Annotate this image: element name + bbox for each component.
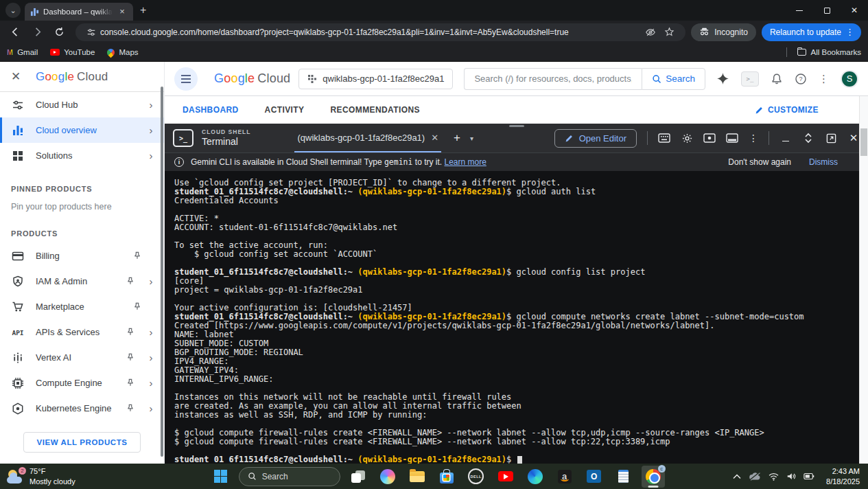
pin-icon[interactable]: [132, 302, 142, 312]
chevron-right-icon[interactable]: ›: [148, 150, 154, 161]
help-icon[interactable]: ?: [795, 73, 807, 85]
learn-more-link[interactable]: Learn more: [444, 157, 486, 167]
browser-menu-kebab-icon[interactable]: ⋮: [841, 27, 858, 37]
view-all-products-button[interactable]: VIEW ALL PRODUCTS: [23, 432, 140, 453]
open-in-new-window-icon[interactable]: [825, 132, 837, 144]
window-restore-icon[interactable]: [813, 0, 841, 21]
tab-close-icon[interactable]: ×: [117, 6, 128, 17]
account-avatar[interactable]: S: [841, 70, 858, 88]
file-explorer-button[interactable]: [406, 466, 429, 488]
chevron-right-icon[interactable]: ›: [148, 352, 154, 363]
new-tab-icon[interactable]: +: [140, 4, 146, 16]
start-button[interactable]: [209, 466, 233, 488]
window-close-icon[interactable]: ✕: [841, 0, 868, 21]
console-search-input[interactable]: [464, 68, 642, 90]
tray-chevron-up-icon[interactable]: [733, 474, 741, 479]
chevron-right-icon[interactable]: ›: [148, 100, 154, 110]
dismiss-button[interactable]: Dismiss: [809, 157, 838, 167]
sidebar-item-billing[interactable]: Billing: [0, 243, 164, 269]
bookmark-star-icon[interactable]: [664, 27, 675, 37]
sidebar-item-marketplace[interactable]: Marketplace: [0, 294, 164, 319]
activate-cloud-shell-icon[interactable]: >_: [741, 71, 759, 87]
sidebar-scrollbar[interactable]: [161, 87, 163, 457]
reload-icon[interactable]: [50, 23, 68, 41]
sidebar-item-solutions[interactable]: Solutions›: [0, 143, 164, 168]
site-settings-icon[interactable]: [86, 27, 96, 37]
sidebar-item-cloud-overview[interactable]: Cloud overview›: [0, 117, 164, 143]
gemini-sparkle-icon[interactable]: [716, 72, 729, 85]
forward-icon[interactable]: [28, 23, 46, 41]
amazon-button[interactable]: a: [553, 466, 576, 488]
expand-shell-icon[interactable]: [802, 132, 814, 144]
tab-activity[interactable]: ACTIVITY: [265, 105, 305, 115]
terminal-tab-dropdown-icon[interactable]: ▾: [470, 135, 473, 142]
terminal-output[interactable]: Use `gcloud config set project [PROJECT_…: [165, 171, 868, 464]
chevron-right-icon[interactable]: ›: [148, 276, 154, 286]
bookmark-gmail[interactable]: MGmail: [7, 48, 38, 56]
chevron-right-icon[interactable]: ›: [148, 327, 154, 337]
dont-show-again-button[interactable]: Don't show again: [728, 157, 791, 167]
sidebar-item-cloud-hub[interactable]: Cloud Hub›: [0, 92, 164, 117]
bookmark-maps[interactable]: Maps: [107, 48, 138, 56]
battery-icon[interactable]: [804, 473, 814, 480]
volume-icon[interactable]: [786, 472, 796, 481]
onedrive-cloud-icon[interactable]: [749, 472, 761, 481]
pin-icon[interactable]: [126, 276, 135, 286]
pin-icon[interactable]: [126, 378, 135, 388]
pin-icon[interactable]: [126, 327, 135, 337]
outlook-button[interactable]: O: [583, 466, 606, 488]
password-eye-off-icon[interactable]: [645, 27, 656, 38]
tab-search-chevron-icon[interactable]: ⌄: [5, 3, 21, 18]
console-search-button[interactable]: Search: [642, 68, 705, 90]
sidebar-item-kubernetes-engine[interactable]: Kubernetes Engine›: [0, 396, 164, 421]
page-scrollbar-thumb[interactable]: [860, 128, 867, 156]
customize-button[interactable]: CUSTOMIZE: [755, 105, 819, 115]
pin-icon[interactable]: [126, 352, 135, 363]
all-bookmarks-button[interactable]: All Bookmarks: [786, 47, 862, 57]
more-options-kebab-icon[interactable]: ⋮: [819, 73, 829, 85]
notifications-bell-icon[interactable]: [771, 73, 783, 85]
url-text[interactable]: console.cloud.google.com/home/dashboard?…: [100, 27, 641, 37]
youtube-button[interactable]: [494, 466, 517, 488]
chevron-right-icon[interactable]: ›: [148, 378, 154, 388]
dell-button[interactable]: DELL: [465, 466, 488, 488]
terminal-tab-close-icon[interactable]: ✕: [431, 133, 438, 143]
chrome-button-active[interactable]: c: [642, 466, 665, 488]
window-minimize-icon[interactable]: [786, 0, 813, 21]
minimize-shell-icon[interactable]: [779, 132, 792, 144]
pin-icon[interactable]: [126, 403, 135, 413]
task-view-button[interactable]: [347, 466, 370, 488]
wifi-icon[interactable]: [769, 473, 779, 481]
dock-panel-icon[interactable]: [726, 132, 738, 144]
keyboard-icon[interactable]: [658, 132, 670, 144]
copilot-button[interactable]: [376, 466, 399, 488]
taskbar-search[interactable]: Search: [239, 467, 340, 486]
pin-icon[interactable]: [132, 251, 142, 261]
panel-drag-handle[interactable]: [509, 125, 524, 127]
page-scrollbar[interactable]: [859, 96, 868, 464]
hamburger-menu-icon[interactable]: [174, 67, 198, 91]
chevron-right-icon[interactable]: ›: [148, 125, 154, 135]
browser-tab[interactable]: Dashboard – qwiklabs-gcp-01-1 ×: [25, 3, 133, 21]
open-editor-button[interactable]: Open Editor: [554, 129, 637, 148]
tab-recommendations[interactable]: RECOMMENDATIONS: [330, 105, 419, 115]
edge-button[interactable]: [524, 466, 547, 488]
sidebar-item-vertex-ai[interactable]: Vertex AI›: [0, 345, 164, 370]
sidebar-close-icon[interactable]: ✕: [11, 69, 27, 84]
web-preview-icon[interactable]: [703, 132, 716, 144]
sidebar-item-compute-engine[interactable]: Compute Engine›: [0, 370, 164, 396]
tab-dashboard[interactable]: DASHBOARD: [183, 105, 239, 115]
sidebar-item-apis-services[interactable]: APIAPIs & Services›: [0, 319, 164, 345]
new-terminal-tab-icon[interactable]: +: [454, 131, 460, 145]
weather-widget[interactable]: 2 75°FMostly cloudy: [0, 466, 165, 486]
sidebar-item-iam-admin[interactable]: IAM & Admin›: [0, 269, 164, 294]
back-icon[interactable]: [6, 23, 24, 41]
microsoft-store-button[interactable]: [435, 466, 458, 488]
chevron-right-icon[interactable]: ›: [148, 403, 154, 413]
taskbar-clock[interactable]: 2:43 AM 8/18/2025: [826, 466, 860, 487]
shell-more-options-icon[interactable]: ⋮: [749, 133, 758, 144]
close-shell-icon[interactable]: ✕: [847, 132, 860, 144]
address-bar[interactable]: console.cloud.google.com/home/dashboard?…: [75, 23, 685, 41]
project-selector[interactable]: qwiklabs-gcp-01-1fa2f8ec29a1: [298, 69, 453, 89]
bookmark-youtube[interactable]: YouTube: [50, 48, 95, 56]
